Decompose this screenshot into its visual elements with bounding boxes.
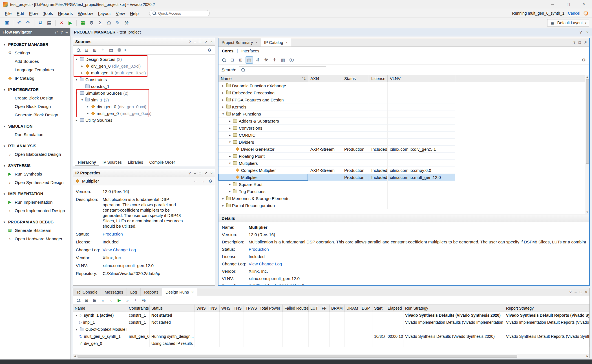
- maximize-icon[interactable]: □: [199, 40, 201, 44]
- minimize-icon[interactable]: –: [194, 171, 196, 175]
- runs-column-run-strategy[interactable]: Run Strategy: [403, 305, 504, 312]
- file-icon[interactable]: ▤: [107, 46, 115, 54]
- scroll-down-icon[interactable]: ▼: [586, 210, 589, 214]
- catalog-row-complex-multiplier[interactable]: Complex MultiplierAXI4-StreamProductionI…: [218, 167, 585, 174]
- runs-column-ths[interactable]: THS: [232, 305, 244, 312]
- catalog-row-conversions[interactable]: ▸Conversions: [218, 125, 585, 132]
- source-tree-row-simulation-sources[interactable]: ▾Simulation Sources(2): [73, 90, 215, 96]
- status-link[interactable]: Production: [103, 231, 123, 237]
- flow-item-run-simulation[interactable]: Run Simulation: [0, 130, 70, 139]
- forward-arrow-icon[interactable]: →: [201, 179, 205, 184]
- maximize-icon[interactable]: ↗: [584, 40, 587, 45]
- help-icon[interactable]: ?: [573, 40, 575, 45]
- help-icon[interactable]: ?: [189, 171, 191, 175]
- menu-tools[interactable]: Tools: [41, 10, 56, 17]
- help-icon[interactable]: ?: [61, 30, 63, 34]
- close-icon[interactable]: ×: [585, 290, 587, 294]
- runs-column-elapsed[interactable]: Elapsed: [386, 305, 403, 312]
- run-icon[interactable]: ▶: [66, 19, 74, 27]
- menu-reports[interactable]: Reports: [56, 10, 76, 17]
- catalog-row-cordic[interactable]: ▸CORDIC: [218, 132, 585, 139]
- step-forward-icon[interactable]: »: [124, 297, 131, 304]
- minimize-button[interactable]: –: [545, 0, 560, 9]
- catalog-row-dynamic-function-exchange[interactable]: ▸Dynamic Function eXchange: [218, 82, 585, 89]
- close-icon[interactable]: ×: [586, 30, 589, 34]
- copy-icon[interactable]: ⧉: [36, 19, 45, 27]
- tab-messages[interactable]: Messages: [101, 288, 127, 296]
- menu-file[interactable]: File: [2, 10, 14, 17]
- runs-column-dsp[interactable]: DSP: [360, 305, 372, 312]
- runs-column-whs[interactable]: WHS: [220, 305, 232, 312]
- tab-ip-sources[interactable]: IP Sources: [100, 159, 125, 165]
- catalog-row-memories-storage[interactable]: ▸Memories & Storage Elements: [218, 195, 585, 202]
- flow-item-add-sources[interactable]: Add Sources: [0, 57, 70, 65]
- close-button[interactable]: ×: [576, 0, 592, 9]
- flow-item-open-implemented-design[interactable]: ›Open Implemented Design: [0, 206, 70, 215]
- view-change-log-link[interactable]: View Change Log: [249, 261, 282, 266]
- help-icon[interactable]: ?: [189, 40, 191, 44]
- add-repository-icon[interactable]: ✛: [271, 56, 278, 64]
- scrollbar-thumb[interactable]: [78, 355, 517, 358]
- customize-icon[interactable]: ⚒: [262, 56, 270, 64]
- percent-icon[interactable]: %: [140, 297, 147, 304]
- flow-section-header-ip-integrator[interactable]: ▾IP INTEGRATOR: [0, 86, 70, 94]
- restore-hierarchy-icon[interactable]: ⇵: [254, 56, 261, 64]
- float-icon[interactable]: □: [578, 40, 581, 45]
- step-back-icon[interactable]: ‹: [107, 297, 115, 304]
- redo-icon[interactable]: ↷: [24, 19, 32, 27]
- runs-column-failed-routes[interactable]: Failed Routes: [283, 305, 309, 312]
- help-icon[interactable]: ?: [569, 290, 571, 294]
- tab-log[interactable]: Log: [127, 288, 141, 296]
- source-tree-row-constraints[interactable]: ▾Constraints: [73, 76, 215, 83]
- grid-view-icon[interactable]: ▦: [279, 56, 287, 64]
- menu-view[interactable]: View: [113, 10, 127, 17]
- search-icon[interactable]: [75, 46, 82, 54]
- flow-section-header-program-and-debug[interactable]: ▾PROGRAM AND DEBUG: [0, 218, 70, 226]
- catalog-search-input[interactable]: [247, 68, 324, 72]
- catalog-row-math-functions[interactable]: ▾Math Functions: [218, 110, 585, 117]
- status-link[interactable]: Production: [249, 247, 269, 252]
- debug-icon[interactable]: ⚒: [122, 19, 131, 27]
- sum-icon[interactable]: Σ: [96, 19, 104, 27]
- runs-column-wns[interactable]: WNS: [195, 305, 207, 312]
- flow-item-open-hardware-manager[interactable]: ›Open Hardware Manager: [0, 234, 70, 243]
- flow-item-open-elaborated-design[interactable]: ›Open Elaborated Design: [0, 150, 70, 158]
- catalog-row-dividers[interactable]: ▾Dividers: [218, 139, 585, 146]
- catalog-row-partial-reconfiguration[interactable]: ▸Partial Reconfiguration: [218, 202, 585, 209]
- horizontal-scrollbar[interactable]: ◀ ▶: [73, 354, 589, 358]
- maximize-icon[interactable]: □: [199, 171, 201, 175]
- collapse-all-icon[interactable]: ⊟: [83, 297, 90, 304]
- create-runs-icon[interactable]: +: [132, 297, 139, 304]
- runs-column-uram[interactable]: URAM: [345, 305, 360, 312]
- close-icon[interactable]: ×: [286, 40, 288, 45]
- tab-libraries[interactable]: Libraries: [125, 159, 146, 165]
- flow-section-header-synthesis[interactable]: ▾SYNTHESIS: [0, 162, 70, 170]
- column-header-status[interactable]: Status: [342, 75, 369, 82]
- catalog-row-kernels[interactable]: ▸Kernels: [218, 103, 585, 110]
- tab-tcl-console[interactable]: Tcl Console: [73, 288, 101, 296]
- runs-column-status[interactable]: Status: [150, 305, 195, 312]
- source-tree-row-constrs-1[interactable]: constrs_1: [73, 83, 215, 90]
- report-icon[interactable]: ▤: [45, 19, 53, 27]
- catalog-row-embedded-processing[interactable]: ▸Embedded Processing: [218, 89, 585, 96]
- gear-icon[interactable]: ⚙: [580, 56, 587, 64]
- catalog-row-divider-generator[interactable]: Divider GeneratorAXI4-StreamProductionIn…: [218, 146, 585, 153]
- column-header-vlnv[interactable]: VLNV: [388, 75, 455, 82]
- add-sources-icon[interactable]: +: [99, 46, 107, 54]
- catalog-row-multipliers[interactable]: ▾Multipliers: [218, 160, 585, 167]
- flow-toggle-icon[interactable]: ⇄: [55, 30, 58, 34]
- flow-item-generate-bitstream[interactable]: ▦Generate Bitstream: [0, 226, 70, 234]
- runs-column-tpws[interactable]: TPWS: [244, 305, 258, 312]
- collapse-all-icon[interactable]: ⊟: [83, 46, 90, 54]
- scroll-right-icon[interactable]: ▶: [586, 354, 589, 358]
- menu-flow[interactable]: Flow: [26, 10, 41, 17]
- search-icon[interactable]: [220, 56, 227, 64]
- column-header-axi4[interactable]: AXI4: [308, 75, 342, 82]
- flow-section-header-implementation[interactable]: ▾IMPLEMENTATION: [0, 190, 70, 198]
- quick-access-input[interactable]: [158, 11, 207, 15]
- runs-column-report-strategy[interactable]: Report Strategy: [504, 305, 589, 312]
- search-icon[interactable]: [75, 297, 82, 304]
- gear-icon[interactable]: ⚙: [206, 46, 213, 54]
- runs-column-lut[interactable]: LUT: [309, 305, 320, 312]
- tab-compile-order[interactable]: Compile Order: [147, 159, 178, 165]
